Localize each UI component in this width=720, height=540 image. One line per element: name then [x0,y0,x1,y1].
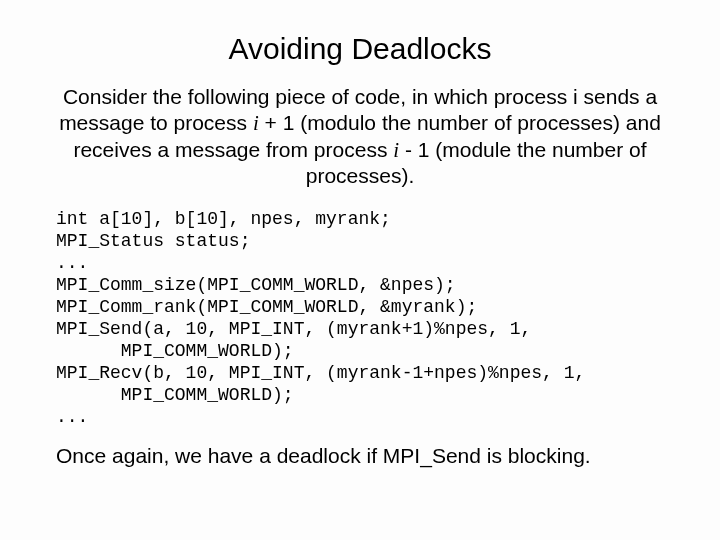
closing-text: Once again, we have a deadlock if MPI_Se… [56,444,585,467]
slide-title: Avoiding Deadlocks [56,32,664,66]
code-block: int a[10], b[10], npes, myrank; MPI_Stat… [56,209,664,429]
closing-dot: . [585,444,591,467]
intro-paragraph: Consider the following piece of code, in… [56,84,664,189]
closing-paragraph: Once again, we have a deadlock if MPI_Se… [56,443,664,469]
slide: Avoiding Deadlocks Consider the followin… [0,0,720,540]
